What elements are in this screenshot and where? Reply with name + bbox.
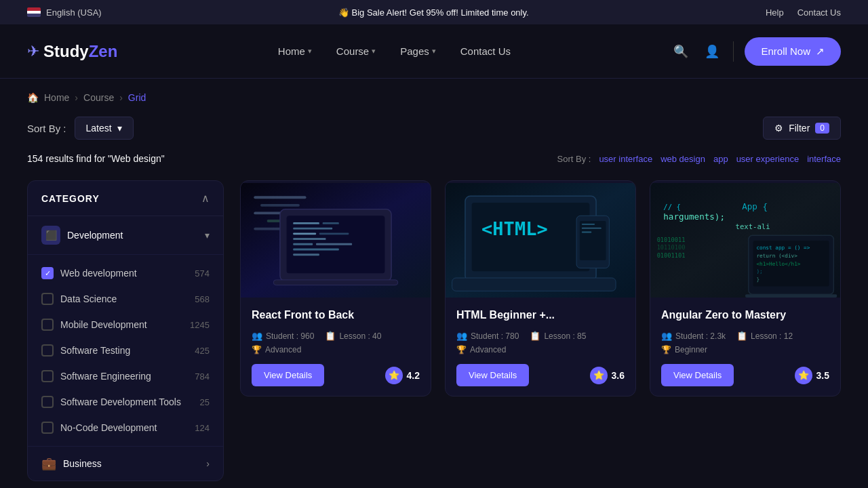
breadcrumb: 🏠 Home › Course › Grid (0, 79, 868, 117)
svg-rect-44 (745, 294, 837, 298)
chevron-down-icon: ▾ (117, 123, 122, 134)
checkbox-data-science[interactable]: Data Science 568 (28, 286, 223, 312)
svg-rect-16 (293, 249, 339, 251)
breadcrumb-home[interactable]: Home (44, 92, 69, 103)
user-button[interactable]: 👤 (702, 41, 722, 62)
chevron-down-icon: ▾ (372, 47, 376, 56)
svg-text:}: } (756, 277, 760, 283)
chevron-down-icon: ▾ (205, 230, 210, 241)
card-body: React Front to Back 👥 Student : 960 📋 Le… (241, 300, 431, 396)
nav-home[interactable]: Home ▾ (269, 40, 321, 62)
course-title: Angular Zero to Mastery (661, 309, 829, 321)
svg-text:01010011: 01010011 (657, 237, 686, 243)
development-header[interactable]: ⬛ Development ▾ (28, 216, 223, 255)
card-meta: 👥 Student : 2.3k 📋 Lesson : 12 (661, 331, 829, 341)
checkbox-list: Web development 574 Data Science 568 (28, 255, 223, 446)
level-icon: 🏆 (456, 345, 467, 354)
checkbox-label: No-Code Development (60, 422, 157, 433)
main-content: Sort By : Latest ▾ ⚙ Filter 0 154 result… (0, 117, 868, 488)
nav-course[interactable]: Course ▾ (327, 40, 385, 62)
logo[interactable]: ✈ StudyZen (27, 42, 117, 61)
nav-pages[interactable]: Pages ▾ (391, 40, 446, 62)
tag-app[interactable]: app (713, 154, 728, 164)
svg-rect-14 (293, 243, 313, 245)
lesson-icon: 📋 (530, 331, 540, 341)
business-header[interactable]: 💼 Business › (28, 446, 223, 481)
view-details-button[interactable]: View Details (456, 364, 529, 386)
svg-text:<HTML>: <HTML> (481, 218, 548, 239)
card-body: HTML Beginner +... 👥 Student : 780 📋 Les… (446, 300, 635, 396)
star-icon: ⭐ (385, 367, 403, 384)
sort-select[interactable]: Latest ▾ (75, 117, 134, 140)
contact-link[interactable]: Contact Us (797, 7, 841, 18)
tag-web-design[interactable]: web design (660, 154, 705, 164)
main-header: ✈ StudyZen Home ▾ Course ▾ Pages ▾ Conta… (0, 24, 868, 79)
checkbox-count: 425 (195, 346, 210, 356)
search-button[interactable]: 🔍 (671, 41, 691, 62)
breadcrumb-course[interactable]: Course (83, 92, 114, 103)
tag-user-interface[interactable]: user interface (599, 154, 652, 164)
language-label: English (USA) (46, 7, 102, 18)
star-icon: ⭐ (590, 367, 608, 384)
level-icon: 🏆 (661, 345, 671, 354)
tag-interface[interactable]: interface (807, 154, 841, 164)
development-label: Development (67, 230, 123, 241)
results-row: 154 results find for "Web design" Sort B… (27, 153, 841, 164)
breadcrumb-sep: › (119, 92, 123, 103)
top-bar-language[interactable]: English (USA) (27, 7, 102, 18)
checkbox-count: 574 (195, 268, 210, 279)
breadcrumb-sep: › (75, 92, 78, 103)
student-count: 👥 Student : 780 (456, 331, 519, 341)
chevron-down-icon: ▾ (432, 47, 436, 56)
category-title: CATEGORY (41, 193, 100, 204)
svg-text:10110100: 10110100 (657, 245, 686, 251)
logo-icon: ✈ (27, 43, 39, 60)
checkbox-count: 124 (195, 423, 210, 433)
category-header[interactable]: CATEGORY ∧ (28, 181, 223, 216)
checkbox-software-engineering[interactable]: Software Engineering 784 (28, 363, 223, 389)
svg-rect-8 (293, 222, 319, 224)
enroll-button[interactable]: Enroll Now ↗ (745, 37, 841, 66)
checkbox-icon (41, 267, 54, 279)
checkbox-software-testing[interactable]: Software Testing 425 (28, 338, 223, 363)
checkbox-mobile-development[interactable]: Mobile Development 1245 (28, 312, 223, 338)
svg-text:<h1>Hello</h1>: <h1>Hello</h1> (756, 261, 800, 267)
svg-rect-1 (254, 196, 306, 199)
card-meta: 👥 Student : 960 📋 Lesson : 40 (252, 331, 420, 341)
view-details-button[interactable]: View Details (252, 364, 324, 386)
business-label: Business (63, 458, 102, 469)
filter-icon: ⚙ (774, 123, 783, 134)
checkbox-icon (41, 370, 54, 382)
checkbox-count: 1245 (190, 320, 210, 330)
lesson-count: 📋 Lesson : 85 (530, 331, 586, 341)
course-title: React Front to Back (252, 309, 420, 321)
svg-text:const app = () =>: const app = () => (756, 245, 810, 251)
top-bar-links: Help Contact Us (766, 7, 841, 18)
checkbox-software-dev-tools[interactable]: Software Development Tools 25 (28, 389, 223, 415)
checkbox-icon (41, 344, 54, 357)
course-thumbnail-html: <HTML> (446, 181, 635, 300)
course-level: 🏆 Advanced (252, 345, 420, 354)
checkbox-icon (41, 422, 54, 434)
svg-text:return (<div>: return (<div> (756, 253, 797, 259)
checkbox-icon (41, 293, 54, 305)
svg-text:App {: App { (742, 201, 768, 211)
lesson-count: 📋 Lesson : 40 (325, 331, 381, 341)
checkbox-label: Web development (60, 268, 137, 279)
student-icon: 👥 (661, 331, 672, 341)
student-icon: 👥 (456, 331, 467, 341)
checkbox-web-development[interactable]: Web development 574 (28, 260, 223, 286)
tag-user-experience[interactable]: user experience (736, 154, 800, 164)
star-icon: ⭐ (795, 367, 812, 384)
svg-rect-25 (580, 221, 606, 260)
view-details-button[interactable]: View Details (661, 364, 734, 386)
help-link[interactable]: Help (766, 7, 784, 18)
development-left: ⬛ Development (41, 226, 123, 245)
checkbox-no-code[interactable]: No-Code Development 124 (28, 415, 223, 441)
svg-rect-23 (452, 278, 616, 291)
rating: ⭐ 3.6 (590, 367, 625, 384)
nav-contact[interactable]: Contact Us (451, 40, 520, 62)
filter-button[interactable]: ⚙ Filter 0 (763, 117, 841, 140)
business-icon: 💼 (41, 456, 56, 471)
divider (733, 41, 734, 62)
